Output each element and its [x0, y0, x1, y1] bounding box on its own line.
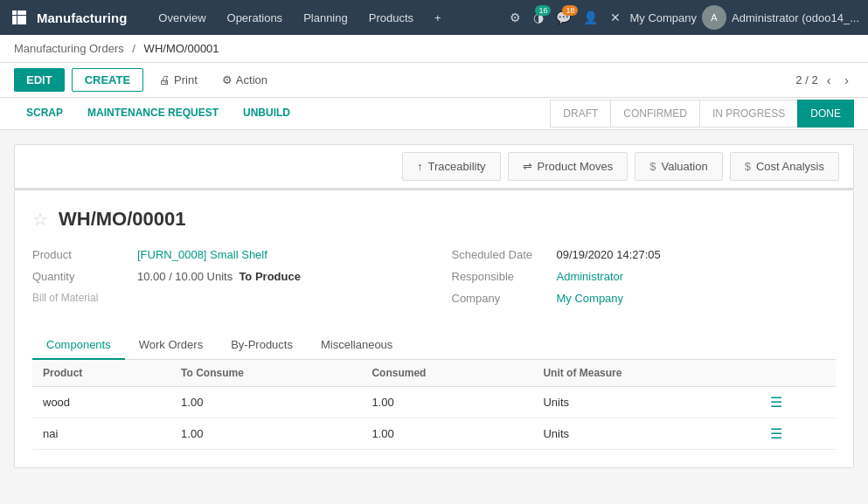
- nav-planning[interactable]: Planning: [293, 0, 358, 35]
- pagination: 2 / 2 ‹ ›: [795, 70, 854, 91]
- scheduled-date-value: 09/19/2020 14:27:05: [557, 248, 661, 261]
- traceability-label: Traceability: [428, 160, 486, 173]
- quantity-value: 10.00 / 10.00 Units To Produce: [137, 270, 301, 283]
- record-card: ☆ WH/MO/00001 Product [FURN_0008] Small …: [14, 190, 854, 468]
- action-column-header: [760, 360, 836, 387]
- star-icon[interactable]: ☆: [32, 209, 48, 230]
- quantity-numbers: 10.00 / 10.00 Units: [137, 270, 233, 283]
- svg-rect-4: [17, 16, 22, 20]
- traceability-icon: ↑: [417, 160, 423, 173]
- company-value[interactable]: My Company: [557, 292, 624, 305]
- prev-page-button[interactable]: ‹: [822, 70, 837, 91]
- user-menu[interactable]: A Administrator (odoo14_...: [702, 5, 859, 30]
- row-to-consume-1: 1.00: [170, 387, 361, 418]
- nav-products[interactable]: Products: [358, 0, 424, 35]
- action-button[interactable]: ⚙ Action: [213, 69, 276, 91]
- unit-column-header: Unit of Measure: [532, 360, 760, 387]
- apps-menu-icon[interactable]: [9, 7, 30, 28]
- svg-rect-3: [12, 16, 17, 20]
- edit-button[interactable]: EDIT: [14, 68, 65, 92]
- responsible-value[interactable]: Administrator: [557, 270, 624, 283]
- quantity-label: Quantity: [32, 270, 137, 283]
- company-label: Company: [452, 292, 557, 305]
- row-to-consume-2: 1.00: [170, 418, 361, 450]
- bom-label: Bill of Material: [32, 292, 137, 304]
- print-button[interactable]: 🖨 Print: [150, 69, 206, 91]
- product-field: Product [FURN_0008] Small Shelf: [32, 248, 417, 261]
- svg-rect-1: [17, 10, 22, 15]
- tab-components[interactable]: Components: [32, 331, 125, 360]
- cost-analysis-icon: $: [745, 160, 751, 173]
- to-produce-label: To Produce: [239, 270, 301, 283]
- unbuild-link[interactable]: UNBUILD: [231, 98, 302, 129]
- tab-miscellaneous[interactable]: Miscellaneous: [307, 331, 406, 360]
- product-moves-icon: ⇌: [523, 160, 532, 173]
- print-label: Print: [174, 73, 198, 86]
- tab-work-orders[interactable]: Work Orders: [125, 331, 217, 360]
- nav-add[interactable]: +: [424, 0, 452, 35]
- status-done[interactable]: DONE: [797, 100, 854, 128]
- breadcrumb: Manufacturing Orders / WH/MO/00001: [0, 35, 868, 63]
- product-value[interactable]: [FURN_0008] Small Shelf: [137, 248, 267, 261]
- nav-links: Overview Operations Planning Products +: [148, 0, 499, 35]
- next-page-button[interactable]: ›: [839, 70, 854, 91]
- svg-rect-2: [22, 10, 26, 15]
- action-label: Action: [236, 73, 267, 86]
- activity-icon[interactable]: ◑16: [530, 7, 547, 28]
- chat-icon[interactable]: 💬18: [552, 7, 574, 28]
- product-moves-tab-button[interactable]: ⇌ Product Moves: [508, 152, 628, 181]
- nav-operations[interactable]: Operations: [217, 0, 294, 35]
- svg-rect-6: [12, 20, 17, 24]
- print-icon: 🖨: [159, 73, 170, 86]
- settings-icon[interactable]: ⚙: [506, 7, 524, 28]
- scheduled-date-field: Scheduled Date 09/19/2020 14:27:05: [452, 248, 837, 261]
- contacts-icon[interactable]: 👤: [580, 7, 601, 28]
- row-consumed-1: 1.00: [361, 387, 532, 418]
- valuation-tab-button[interactable]: $ Valuation: [635, 152, 722, 181]
- breadcrumb-separator: /: [132, 42, 135, 55]
- row-product-1: wood: [32, 387, 170, 418]
- cost-analysis-tab-button[interactable]: $ Cost Analysis: [730, 152, 839, 181]
- fields-right: Scheduled Date 09/19/2020 14:27:05 Respo…: [452, 248, 837, 314]
- card-tabs: ↑ Traceability ⇌ Product Moves $ Valuati…: [15, 145, 853, 189]
- user-name: Administrator (odoo14_...: [732, 11, 859, 24]
- row-action-icon-2[interactable]: ☰: [770, 426, 782, 441]
- cost-analysis-label: Cost Analysis: [756, 160, 824, 173]
- quantity-field: Quantity 10.00 / 10.00 Units To Produce: [32, 270, 417, 283]
- status-draft[interactable]: DRAFT: [550, 100, 611, 128]
- chat-badge: 18: [562, 5, 578, 16]
- scrap-link[interactable]: SCRAP: [14, 98, 75, 129]
- close-icon[interactable]: ✕: [607, 7, 624, 28]
- app-name: Manufacturing: [37, 10, 127, 25]
- table-body: wood 1.00 1.00 Units ☰ nai 1.00 1.00 Uni…: [32, 387, 836, 450]
- row-action-2[interactable]: ☰: [760, 418, 836, 450]
- avatar: A: [702, 5, 726, 30]
- to-consume-column-header: To Consume: [170, 360, 361, 387]
- table-row: nai 1.00 1.00 Units ☰: [32, 418, 836, 450]
- create-button[interactable]: CREATE: [72, 68, 143, 92]
- table-header: Product To Consume Consumed Unit of Meas…: [32, 360, 836, 387]
- breadcrumb-parent[interactable]: Manufacturing Orders: [14, 42, 124, 55]
- row-action-icon-1[interactable]: ☰: [770, 395, 782, 410]
- svg-rect-7: [17, 20, 22, 24]
- record-fields: Product [FURN_0008] Small Shelf Quantity…: [32, 248, 836, 314]
- maintenance-request-link[interactable]: MAINTENANCE REQUEST: [75, 98, 231, 129]
- status-confirmed[interactable]: CONFIRMED: [610, 100, 700, 128]
- product-moves-label: Product Moves: [538, 160, 614, 173]
- row-action-1[interactable]: ☰: [760, 387, 836, 418]
- traceability-tab-button[interactable]: ↑ Traceability: [402, 152, 500, 181]
- record-title: WH/MO/00001: [59, 208, 186, 231]
- table-row: wood 1.00 1.00 Units ☰: [32, 387, 836, 418]
- nav-overview[interactable]: Overview: [148, 0, 216, 35]
- valuation-icon: $: [649, 160, 656, 173]
- tab-by-products[interactable]: By-Products: [217, 331, 307, 360]
- action-bar: EDIT CREATE 🖨 Print ⚙ Action 2 / 2 ‹ ›: [0, 63, 868, 98]
- gear-icon: ⚙: [222, 73, 233, 86]
- bom-field: Bill of Material: [32, 292, 417, 304]
- tab-buttons-card: ↑ Traceability ⇌ Product Moves $ Valuati…: [14, 144, 854, 190]
- breadcrumb-current: WH/MO/00001: [144, 42, 219, 55]
- pagination-text: 2 / 2: [795, 73, 817, 86]
- responsible-field: Responsible Administrator: [452, 270, 837, 283]
- record-header: ☆ WH/MO/00001: [32, 208, 836, 231]
- status-in-progress[interactable]: IN PROGRESS: [699, 100, 798, 128]
